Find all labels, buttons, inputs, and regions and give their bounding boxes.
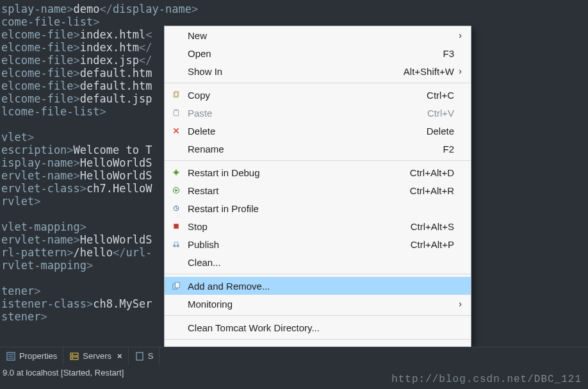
run-icon xyxy=(168,184,184,197)
tab-servers[interactable]: Servers× xyxy=(63,347,128,365)
svg-rect-25 xyxy=(70,353,78,356)
code-line: splay-name>demo</display-name> xyxy=(0,3,588,15)
menu-item-clean-tomcat-work-directory[interactable]: Clean Tomcat Work Directory... xyxy=(165,319,471,336)
menu-item-label: Stop xyxy=(185,221,390,232)
svg-marker-12 xyxy=(176,189,179,192)
stop-icon xyxy=(168,220,184,233)
profile-icon xyxy=(168,202,184,215)
menu-item-label: Open xyxy=(185,48,390,59)
menu-item-shortcut: Delete xyxy=(390,126,454,137)
menu-item-label: Copy xyxy=(185,90,390,101)
snippets-icon xyxy=(135,351,145,361)
menu-item-label: Show In xyxy=(185,66,390,77)
svg-rect-18 xyxy=(177,245,179,247)
menu-item-restart-in-profile[interactable]: Restart in Profile xyxy=(165,199,471,217)
menu-item-open[interactable]: OpenF3 xyxy=(165,44,471,62)
debug-icon xyxy=(168,166,184,179)
menu-separator xyxy=(165,160,471,161)
servers-icon xyxy=(69,351,79,361)
watermark-text: http://blog.csdn.net/DBC_121 xyxy=(391,374,582,385)
tab-properties[interactable]: Properties xyxy=(0,347,63,365)
menu-item-label: Add and Remove... xyxy=(185,281,390,292)
menu-item-label: Clean... xyxy=(185,257,390,268)
menu-item-restart-in-debug[interactable]: Restart in DebugCtrl+Alt+D xyxy=(165,163,471,181)
svg-rect-29 xyxy=(136,352,143,360)
svg-point-6 xyxy=(174,170,178,174)
publish-icon xyxy=(168,238,184,251)
addremove-icon xyxy=(168,279,184,292)
menu-item-show-in[interactable]: Show InAlt+Shift+W› xyxy=(165,62,471,80)
menu-item-label: Paste xyxy=(185,108,390,119)
tab-s[interactable]: S xyxy=(129,347,160,365)
menu-item-shortcut: Ctrl+Alt+P xyxy=(390,239,454,250)
menu-item-shortcut: F2 xyxy=(390,144,454,154)
paste-icon xyxy=(168,106,184,119)
copy-icon xyxy=(168,88,184,101)
menu-item-label: Monitoring xyxy=(185,299,390,310)
menu-item-label: Restart xyxy=(185,185,390,196)
menu-item-new[interactable]: New› xyxy=(165,26,471,44)
submenu-chevron-icon: › xyxy=(454,30,462,40)
tab-label: S xyxy=(148,351,154,361)
menu-item-shortcut: Ctrl+C xyxy=(390,90,454,101)
menu-item-shortcut: F3 xyxy=(390,48,454,59)
tab-label: Properties xyxy=(19,351,57,361)
menu-item-label: Rename xyxy=(185,144,390,154)
menu-item-label: Delete xyxy=(185,126,390,137)
menu-item-label: Restart in Debug xyxy=(185,167,390,178)
submenu-chevron-icon: › xyxy=(454,299,462,309)
menu-separator xyxy=(165,315,471,316)
svg-rect-17 xyxy=(174,245,176,247)
svg-line-15 xyxy=(176,208,177,210)
menu-item-delete[interactable]: DeleteDelete xyxy=(165,122,471,140)
menu-item-label: Clean Tomcat Work Directory... xyxy=(185,322,390,333)
bottom-tab-bar: PropertiesServers×S xyxy=(0,347,588,365)
menu-item-stop[interactable]: StopCtrl+Alt+S xyxy=(165,217,471,235)
menu-item-shortcut: Ctrl+Alt+R xyxy=(390,185,454,196)
svg-rect-16 xyxy=(174,224,179,229)
menu-item-label: Restart in Profile xyxy=(185,203,390,214)
menu-separator xyxy=(165,83,471,83)
menu-item-add-and-remove[interactable]: Add and Remove... xyxy=(165,277,471,295)
svg-point-27 xyxy=(72,354,73,355)
menu-item-restart[interactable]: RestartCtrl+Alt+R xyxy=(165,181,471,199)
close-icon[interactable]: × xyxy=(117,351,122,361)
menu-item-monitoring[interactable]: Monitoring› xyxy=(165,295,471,313)
menu-item-shortcut: Ctrl+Alt+S xyxy=(390,221,454,232)
menu-item-label: Publish xyxy=(185,239,390,250)
context-menu: New›OpenF3Show InAlt+Shift+W›CopyCtrl+CP… xyxy=(164,26,471,361)
menu-item-shortcut: Alt+Shift+W xyxy=(390,66,454,77)
menu-item-shortcut: Ctrl+V xyxy=(390,108,454,119)
menu-item-paste: PasteCtrl+V xyxy=(165,104,471,122)
menu-item-shortcut: Ctrl+Alt+D xyxy=(390,167,454,178)
svg-rect-20 xyxy=(176,283,180,288)
submenu-chevron-icon: › xyxy=(454,66,462,76)
menu-item-copy[interactable]: CopyCtrl+C xyxy=(165,86,471,104)
menu-separator xyxy=(165,274,471,274)
svg-point-28 xyxy=(72,358,73,359)
svg-rect-26 xyxy=(70,357,78,360)
svg-rect-3 xyxy=(176,110,177,111)
menu-item-rename[interactable]: RenameF2 xyxy=(165,140,471,158)
menu-item-clean[interactable]: Clean... xyxy=(165,253,471,271)
menu-separator xyxy=(165,339,471,340)
server-status-text: 9.0 at localhost [Started, Restart] xyxy=(3,368,124,377)
menu-item-label: New xyxy=(185,30,390,41)
delete-icon xyxy=(168,124,184,137)
properties-icon xyxy=(6,351,16,361)
tab-label: Servers xyxy=(83,351,111,361)
menu-item-publish[interactable]: PublishCtrl+Alt+P xyxy=(165,235,471,253)
